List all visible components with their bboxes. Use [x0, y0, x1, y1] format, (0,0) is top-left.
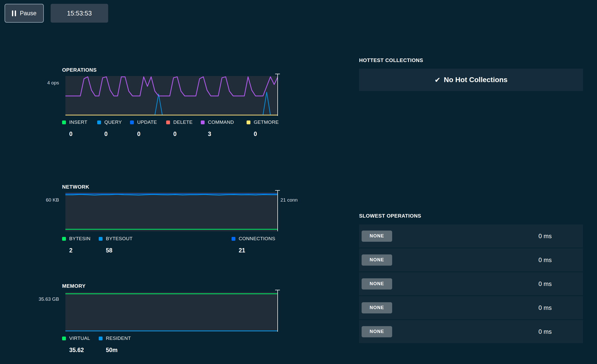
- duration-value: 0 ms: [538, 304, 552, 311]
- legend-item-insert: INSERT 0: [62, 119, 97, 138]
- network-axis-line: [277, 190, 278, 231]
- memory-chart: [65, 292, 278, 332]
- delete-swatch-icon: [166, 120, 170, 124]
- legend-label: INSERT: [69, 119, 87, 125]
- memory-chart-title: MEMORY: [62, 283, 86, 289]
- memory-y-axis-label: 35.63 GB: [8, 296, 59, 302]
- legend-item-virtual: VIRTUAL 35.62: [62, 336, 99, 354]
- network-chart: [65, 192, 278, 231]
- none-badge: NONE: [362, 231, 392, 242]
- legend-label: BYTESOUT: [106, 236, 133, 241]
- legend-value: 2: [69, 247, 99, 254]
- legend-item-bytesin: BYTESIN 2: [62, 236, 99, 254]
- network-y-axis-label: 60 KB: [8, 197, 59, 203]
- legend-value: 3: [208, 131, 247, 138]
- legend-label: RESIDENT: [106, 336, 131, 341]
- slow-op-row: NONE 0 ms: [359, 296, 583, 319]
- legend-label: UPDATE: [137, 119, 157, 125]
- duration-value: 0 ms: [538, 256, 552, 264]
- command-swatch-icon: [201, 120, 205, 124]
- legend-item-connections: CONNECTIONS 21: [232, 236, 275, 254]
- slowest-operations-title: SLOWEST OPERATIONS: [359, 213, 421, 219]
- insert-swatch-icon: [62, 120, 66, 124]
- legend-value: 0: [69, 131, 97, 138]
- operations-y-axis-label: 4 ops: [8, 80, 59, 86]
- bytesout-swatch-icon: [99, 237, 103, 241]
- bytesin-swatch-icon: [62, 237, 66, 241]
- virtual-swatch-icon: [62, 337, 66, 340]
- legend-label: BYTESIN: [69, 236, 90, 241]
- slow-op-row: NONE 0 ms: [359, 224, 583, 248]
- network-chart-title: NETWORK: [62, 184, 89, 190]
- operations-axis-line: [277, 74, 278, 116]
- connections-swatch-icon: [232, 237, 235, 241]
- legend-value: 58: [106, 247, 133, 254]
- legend-value: 35.62: [69, 347, 99, 354]
- legend-item-query: QUERY 0: [97, 119, 130, 138]
- memory-axis-line: [277, 290, 278, 332]
- pause-icon: [12, 10, 16, 16]
- update-swatch-icon: [130, 120, 134, 124]
- legend-value: 0: [104, 131, 130, 138]
- duration-value: 0 ms: [538, 280, 552, 287]
- check-icon: ✔: [435, 76, 440, 84]
- operations-chart-title: OPERATIONS: [62, 67, 97, 73]
- none-badge: NONE: [362, 326, 392, 337]
- none-badge: NONE: [362, 254, 392, 266]
- legend-label: QUERY: [104, 119, 122, 125]
- slow-op-row: NONE 0 ms: [359, 320, 583, 343]
- operations-chart: [65, 76, 278, 116]
- legend-item-command: COMMAND 3: [201, 119, 247, 138]
- query-swatch-icon: [97, 120, 101, 124]
- slow-op-row: NONE 0 ms: [359, 248, 583, 271]
- slowest-operations-list: NONE 0 ms NONE 0 ms NONE 0 ms NONE 0 ms …: [359, 224, 583, 344]
- legend-value: 0: [254, 131, 279, 138]
- legend-value: 0: [173, 131, 201, 138]
- time-display: 15:53:53: [51, 4, 108, 23]
- legend-value: 0: [137, 131, 166, 138]
- legend-value: 50m: [106, 347, 131, 354]
- legend-item-bytesout: BYTESOUT 58: [99, 236, 133, 254]
- duration-value: 0 ms: [538, 328, 552, 335]
- getmore-swatch-icon: [247, 120, 250, 124]
- network-legend: BYTESIN 2 BYTESOUT 58 CONNECTIONS 21: [62, 236, 278, 254]
- legend-label: COMMAND: [208, 119, 234, 125]
- operations-legend: INSERT 0 QUERY 0 UPDATE 0 DELETE 0: [62, 119, 279, 138]
- pause-button-label: Pause: [20, 10, 36, 17]
- duration-value: 0 ms: [538, 233, 552, 240]
- legend-item-update: UPDATE 0: [130, 119, 166, 138]
- legend-item-resident: RESIDENT 50m: [99, 336, 131, 354]
- memory-legend: VIRTUAL 35.62 RESIDENT 50m: [62, 336, 131, 354]
- legend-label: DELETE: [173, 119, 193, 125]
- pause-button[interactable]: Pause: [5, 4, 44, 23]
- legend-value: 21: [239, 247, 275, 254]
- legend-label: CONNECTIONS: [239, 236, 275, 241]
- legend-item-delete: DELETE 0: [166, 119, 201, 138]
- performance-dashboard: Pause 15:53:53 OPERATIONS 4 ops INSERT 0…: [0, 0, 597, 364]
- hottest-collections-panel: ✔ No Hot Collections: [359, 69, 583, 91]
- legend-label: VIRTUAL: [69, 336, 90, 341]
- legend-label: GETMORE: [254, 119, 279, 125]
- empty-collections-message: No Hot Collections: [444, 76, 507, 84]
- resident-swatch-icon: [99, 337, 103, 340]
- hottest-collections-title: HOTTEST COLLECTIONS: [359, 57, 423, 63]
- none-badge: NONE: [362, 302, 392, 313]
- network-right-axis-label: 21 conn: [280, 197, 298, 203]
- slow-op-row: NONE 0 ms: [359, 272, 583, 295]
- legend-item-getmore: GETMORE 0: [247, 119, 279, 138]
- none-badge: NONE: [362, 278, 392, 290]
